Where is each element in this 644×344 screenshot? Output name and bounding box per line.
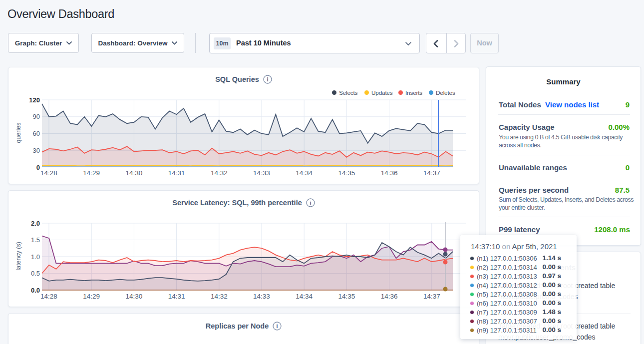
svg-text:14:34: 14:34	[296, 169, 313, 177]
svg-text:queries: queries	[15, 123, 22, 143]
svg-text:0: 0	[36, 164, 40, 171]
svg-text:14:37: 14:37	[423, 169, 440, 177]
svg-text:14:34: 14:34	[296, 293, 313, 300]
svg-text:14:30: 14:30	[126, 293, 143, 300]
svg-text:14:29: 14:29	[83, 293, 100, 300]
svg-text:0.5: 0.5	[31, 270, 40, 277]
svg-text:1.5: 1.5	[31, 236, 40, 244]
svg-text:120: 120	[29, 96, 40, 104]
svg-text:14:31: 14:31	[168, 293, 185, 300]
svg-text:latency (s): latency (s)	[15, 242, 22, 271]
svg-text:14:30: 14:30	[126, 169, 143, 177]
svg-text:0.0: 0.0	[31, 287, 40, 294]
svg-text:14:31: 14:31	[168, 169, 185, 177]
svg-text:60: 60	[33, 130, 40, 137]
svg-text:14:35: 14:35	[338, 293, 355, 300]
svg-text:14:37: 14:37	[423, 293, 440, 300]
svg-text:14:32: 14:32	[211, 169, 228, 177]
svg-text:14:28: 14:28	[40, 169, 57, 177]
svg-text:90: 90	[33, 113, 40, 120]
svg-text:14:33: 14:33	[253, 169, 270, 177]
svg-text:14:32: 14:32	[211, 293, 228, 300]
svg-text:30: 30	[33, 147, 40, 154]
svg-text:14:33: 14:33	[253, 293, 270, 300]
svg-text:14:28: 14:28	[40, 293, 57, 300]
svg-text:14:36: 14:36	[381, 169, 398, 177]
svg-text:14:36: 14:36	[381, 293, 398, 300]
svg-text:i: i	[277, 323, 278, 329]
svg-text:1.0: 1.0	[31, 253, 40, 261]
svg-text:14:29: 14:29	[83, 169, 100, 177]
svg-text:14:35: 14:35	[338, 169, 355, 177]
svg-text:2.0: 2.0	[31, 220, 40, 227]
